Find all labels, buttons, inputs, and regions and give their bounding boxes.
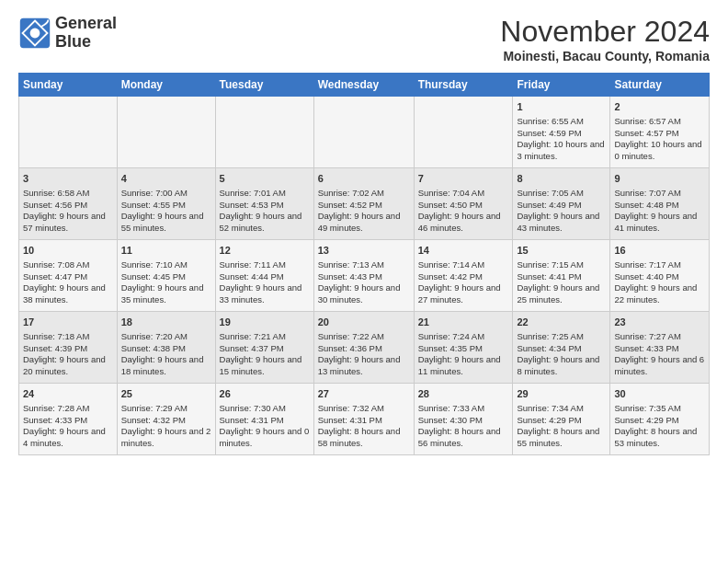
day-number: 16 <box>614 244 705 258</box>
day-number: 23 <box>614 316 705 329</box>
day-number: 24 <box>23 387 113 401</box>
day-number: 8 <box>517 172 606 186</box>
day-cell: 25Sunrise: 7:29 AMSunset: 4:32 PMDayligh… <box>117 384 215 455</box>
day-number: 10 <box>23 244 113 258</box>
svg-point-2 <box>30 28 40 38</box>
day-cell: 3Sunrise: 6:58 AMSunset: 4:56 PMDaylight… <box>19 168 118 240</box>
day-number: 20 <box>318 316 410 329</box>
day-number: 9 <box>614 172 705 186</box>
day-number: 26 <box>220 387 310 401</box>
day-cell: 29Sunrise: 7:34 AMSunset: 4:29 PMDayligh… <box>513 384 610 455</box>
weekday-header-saturday: Saturday <box>610 74 710 97</box>
week-row-2: 3Sunrise: 6:58 AMSunset: 4:56 PMDaylight… <box>19 168 710 240</box>
day-number: 17 <box>23 316 113 329</box>
day-cell: 15Sunrise: 7:15 AMSunset: 4:41 PMDayligh… <box>513 240 610 312</box>
day-number: 14 <box>418 244 509 258</box>
day-number: 18 <box>121 316 211 329</box>
day-number: 19 <box>220 316 310 329</box>
day-number: 27 <box>318 387 410 401</box>
page: General Blue November 2024 Moinesti, Bac… <box>0 0 728 465</box>
weekday-header-sunday: Sunday <box>19 74 118 97</box>
day-cell: 18Sunrise: 7:20 AMSunset: 4:38 PMDayligh… <box>117 312 215 384</box>
day-number: 5 <box>220 172 310 186</box>
day-number: 1 <box>517 100 606 114</box>
day-cell: 8Sunrise: 7:05 AMSunset: 4:49 PMDaylight… <box>513 168 610 240</box>
day-cell: 20Sunrise: 7:22 AMSunset: 4:36 PMDayligh… <box>313 312 414 384</box>
day-cell: 9Sunrise: 7:07 AMSunset: 4:48 PMDaylight… <box>610 168 710 240</box>
day-cell: 26Sunrise: 7:30 AMSunset: 4:31 PMDayligh… <box>215 384 313 455</box>
day-number: 15 <box>517 244 606 258</box>
day-cell: 2Sunrise: 6:57 AMSunset: 4:57 PMDaylight… <box>610 97 710 168</box>
day-cell: 6Sunrise: 7:02 AMSunset: 4:52 PMDaylight… <box>313 168 414 240</box>
day-cell: 4Sunrise: 7:00 AMSunset: 4:55 PMDaylight… <box>117 168 215 240</box>
day-cell: 7Sunrise: 7:04 AMSunset: 4:50 PMDaylight… <box>414 168 513 240</box>
weekday-header-thursday: Thursday <box>414 74 513 97</box>
logo-line1: General <box>55 15 117 33</box>
day-number: 12 <box>220 244 310 258</box>
day-number: 13 <box>318 244 410 258</box>
weekday-header-friday: Friday <box>513 74 610 97</box>
day-cell <box>117 97 215 168</box>
day-cell: 13Sunrise: 7:13 AMSunset: 4:43 PMDayligh… <box>313 240 414 312</box>
day-cell: 10Sunrise: 7:08 AMSunset: 4:47 PMDayligh… <box>19 240 118 312</box>
day-number: 21 <box>418 316 509 329</box>
day-cell: 21Sunrise: 7:24 AMSunset: 4:35 PMDayligh… <box>414 312 513 384</box>
logo: General Blue <box>18 15 117 52</box>
week-row-1: 1Sunrise: 6:55 AMSunset: 4:59 PMDaylight… <box>19 97 710 168</box>
day-cell: 17Sunrise: 7:18 AMSunset: 4:39 PMDayligh… <box>19 312 118 384</box>
day-cell: 12Sunrise: 7:11 AMSunset: 4:44 PMDayligh… <box>215 240 313 312</box>
day-cell: 11Sunrise: 7:10 AMSunset: 4:45 PMDayligh… <box>117 240 215 312</box>
weekday-header-row: SundayMondayTuesdayWednesdayThursdayFrid… <box>19 74 710 97</box>
day-cell: 23Sunrise: 7:27 AMSunset: 4:33 PMDayligh… <box>610 312 710 384</box>
day-cell: 27Sunrise: 7:32 AMSunset: 4:31 PMDayligh… <box>313 384 414 455</box>
day-number: 6 <box>318 172 410 186</box>
weekday-header-monday: Monday <box>117 74 215 97</box>
day-number: 30 <box>614 387 705 401</box>
logo-icon <box>18 17 51 50</box>
day-cell: 5Sunrise: 7:01 AMSunset: 4:53 PMDaylight… <box>215 168 313 240</box>
day-number: 22 <box>517 316 606 329</box>
day-number: 25 <box>121 387 211 401</box>
day-cell <box>313 97 414 168</box>
day-cell: 22Sunrise: 7:25 AMSunset: 4:34 PMDayligh… <box>513 312 610 384</box>
calendar-table: SundayMondayTuesdayWednesdayThursdayFrid… <box>18 73 710 455</box>
location: Moinesti, Bacau County, Romania <box>500 49 710 63</box>
day-number: 3 <box>23 172 113 186</box>
day-number: 28 <box>418 387 509 401</box>
day-cell: 24Sunrise: 7:28 AMSunset: 4:33 PMDayligh… <box>19 384 118 455</box>
week-row-3: 10Sunrise: 7:08 AMSunset: 4:47 PMDayligh… <box>19 240 710 312</box>
week-row-5: 24Sunrise: 7:28 AMSunset: 4:33 PMDayligh… <box>19 384 710 455</box>
weekday-header-wednesday: Wednesday <box>313 74 414 97</box>
logo-text: General Blue <box>55 15 117 52</box>
logo-line2: Blue <box>55 33 117 52</box>
day-cell: 30Sunrise: 7:35 AMSunset: 4:29 PMDayligh… <box>610 384 710 455</box>
day-cell: 14Sunrise: 7:14 AMSunset: 4:42 PMDayligh… <box>414 240 513 312</box>
weekday-header-tuesday: Tuesday <box>215 74 313 97</box>
day-cell <box>215 97 313 168</box>
day-cell: 19Sunrise: 7:21 AMSunset: 4:37 PMDayligh… <box>215 312 313 384</box>
day-number: 2 <box>614 100 705 114</box>
week-row-4: 17Sunrise: 7:18 AMSunset: 4:39 PMDayligh… <box>19 312 710 384</box>
day-cell: 28Sunrise: 7:33 AMSunset: 4:30 PMDayligh… <box>414 384 513 455</box>
day-number: 4 <box>121 172 211 186</box>
day-number: 7 <box>418 172 509 186</box>
day-cell: 1Sunrise: 6:55 AMSunset: 4:59 PMDaylight… <box>513 97 610 168</box>
day-cell <box>414 97 513 168</box>
day-cell: 16Sunrise: 7:17 AMSunset: 4:40 PMDayligh… <box>610 240 710 312</box>
title-block: November 2024 Moinesti, Bacau County, Ro… <box>500 15 710 63</box>
month-title: November 2024 <box>500 15 710 49</box>
header: General Blue November 2024 Moinesti, Bac… <box>18 15 710 63</box>
day-number: 29 <box>517 387 606 401</box>
day-cell <box>19 97 118 168</box>
day-number: 11 <box>121 244 211 258</box>
